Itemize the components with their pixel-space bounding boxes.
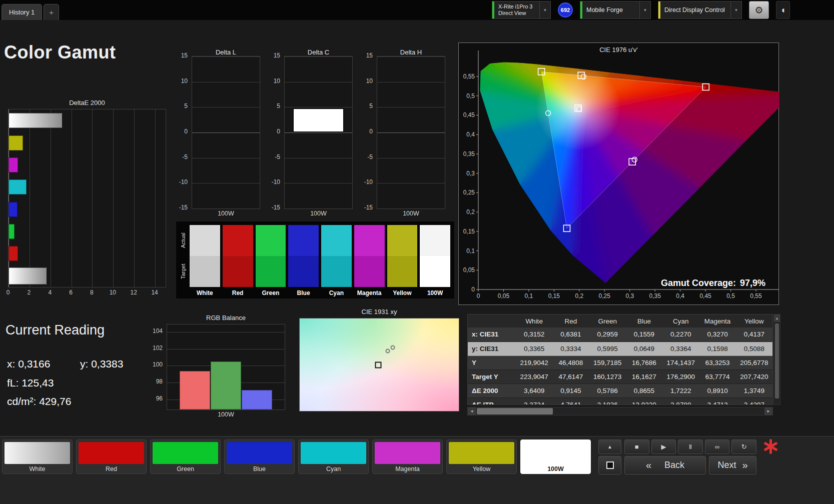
source-dropdown[interactable]: Mobile Forge ▼	[580, 1, 651, 19]
table-horizontal-scrollbar[interactable]: ◄ ►	[467, 407, 773, 416]
gridline	[285, 183, 352, 184]
table-row[interactable]: Y219,904246,4808159,718516,7686174,14376…	[468, 356, 772, 370]
next-button[interactable]: Next »	[709, 456, 756, 474]
deltae-bar-blue	[9, 202, 18, 217]
y-tick-label: -15	[179, 204, 188, 211]
scroll-left-icon[interactable]: ◄	[468, 408, 476, 415]
add-tab-button[interactable]: +	[44, 4, 59, 20]
y-tick-label: -10	[364, 178, 373, 186]
y-tick-label: -15	[272, 204, 280, 211]
chevron-down-icon[interactable]: ▼	[730, 2, 741, 18]
table-cell: 0,3152	[516, 328, 552, 342]
continuous-button[interactable]: ∞	[705, 440, 730, 454]
gridline	[192, 107, 260, 108]
chevron-down-icon[interactable]: ▼	[539, 2, 550, 18]
gridline	[72, 110, 72, 287]
reading-fl-value: fL: 125,43	[7, 377, 54, 389]
table-row[interactable]: ΔE ITP3,37344,76412,183613,92202,87883,4…	[468, 398, 772, 405]
table-cell: 46,4808	[552, 356, 589, 370]
play-button[interactable]: ▶	[651, 440, 676, 454]
y-tick-label: -5	[182, 154, 188, 160]
x-tick-label: 0,55	[750, 292, 762, 300]
history-tab[interactable]: History 1	[2, 4, 42, 20]
scrollbar-thumb[interactable]	[775, 324, 779, 398]
table-cell: 0,2270	[662, 328, 699, 342]
table-cell: 0,2959	[589, 328, 626, 342]
patch-button-magenta[interactable]: Magenta	[372, 440, 443, 474]
y-tick-label: 0,35	[463, 150, 475, 158]
deltae-bar-white	[9, 268, 47, 284]
half-circle-icon: ◖	[780, 5, 786, 16]
gridline	[377, 132, 445, 133]
scroll-up-icon[interactable]: ▲	[774, 314, 780, 322]
stop-button[interactable]: ■	[624, 440, 649, 454]
meter-label: X-Rite i1Pro 3 Direct View	[498, 4, 532, 16]
table-row[interactable]: ΔE 20003,64090,91450,57860,86551,72220,8…	[468, 384, 772, 398]
loop-button[interactable]: ↻	[731, 440, 756, 454]
pause-button[interactable]: Ⅱ	[678, 440, 703, 454]
actual-swatch-red	[223, 225, 253, 256]
table-corner	[468, 314, 516, 328]
patch-button-green[interactable]: Green	[150, 440, 221, 474]
y-tick-label: 0,2	[466, 208, 475, 216]
meter-dropdown[interactable]: X-Rite i1Pro 3 Direct View ▼	[492, 1, 551, 19]
pattern-up-button[interactable]: ▲	[598, 440, 621, 454]
x-tick-label: 0,15	[548, 292, 560, 300]
gridline	[377, 183, 445, 184]
gridline	[134, 110, 135, 287]
delta-h-x-label: 100W	[377, 210, 445, 217]
gridline	[192, 208, 260, 209]
table-cell: 0,3334	[552, 342, 589, 356]
patch-button-yellow[interactable]: Yellow	[446, 440, 517, 474]
chevron-down-icon[interactable]: ▼	[639, 2, 650, 18]
table-cell: 0,8655	[626, 384, 662, 398]
target-swatch-cyan	[321, 256, 352, 287]
table-column-header: Magenta	[699, 314, 735, 328]
table-vertical-scrollbar[interactable]: ▲	[773, 314, 780, 405]
delta-l-chart	[192, 56, 260, 209]
gridline	[192, 132, 260, 133]
page-title: Color Gamut	[4, 42, 116, 63]
back-button[interactable]: « Back	[624, 456, 706, 474]
table-row[interactable]: y: CIE310,33650,33340,59950,06490,33640,…	[468, 342, 772, 356]
notification-asterisk-icon[interactable]	[762, 438, 779, 454]
gridline	[377, 82, 445, 82]
patch-color-swatch	[523, 442, 588, 464]
y-tick-label: -15	[364, 204, 373, 211]
pattern-window-button[interactable]	[598, 456, 621, 474]
x-tick-label: 0	[477, 292, 480, 300]
patch-button-cyan[interactable]: Cyan	[298, 440, 369, 474]
gridline	[285, 158, 352, 158]
y-tick-label: 98	[156, 378, 163, 385]
side-panel-toggle-button[interactable]: ◖	[776, 1, 790, 19]
display-control-dropdown[interactable]: Direct Display Control ▼	[658, 1, 742, 19]
patch-button-white[interactable]: White	[2, 440, 73, 474]
table-cell: 0,6381	[552, 328, 589, 342]
patch-button-100w[interactable]: 100W	[520, 440, 591, 474]
deltae-bar-100w	[9, 113, 62, 128]
x-tick-label: 8	[86, 289, 98, 296]
table-cell: 0,1559	[626, 328, 662, 342]
scrollbar-thumb[interactable]	[477, 408, 553, 414]
gridline	[192, 56, 260, 57]
target-swatch-magenta	[354, 256, 385, 287]
strip-column-label: White	[190, 287, 220, 296]
table-column-header: Blue	[626, 314, 662, 328]
gridline	[92, 110, 93, 287]
target-swatch-green	[256, 256, 286, 287]
y-tick-label: 0	[277, 128, 280, 135]
reference-point	[375, 362, 382, 368]
table-cell: 0,5088	[736, 342, 772, 356]
scrollbar-track[interactable]	[476, 408, 764, 415]
cie1931-plot	[299, 318, 459, 412]
table-row[interactable]: Target Y223,904747,6147160,127316,162717…	[468, 370, 772, 384]
patch-button-blue[interactable]: Blue	[224, 440, 295, 474]
scroll-right-icon[interactable]: ►	[764, 408, 772, 415]
table-cell: 2,1836	[589, 398, 626, 405]
patch-label: Blue	[225, 464, 294, 474]
table-cell: 47,6147	[552, 370, 589, 384]
patch-color-swatch	[301, 442, 366, 464]
patch-button-red[interactable]: Red	[76, 440, 147, 474]
settings-button[interactable]: ⚙	[749, 1, 769, 19]
table-row[interactable]: x: CIE310,31520,63810,29590,15590,22700,…	[468, 328, 772, 342]
